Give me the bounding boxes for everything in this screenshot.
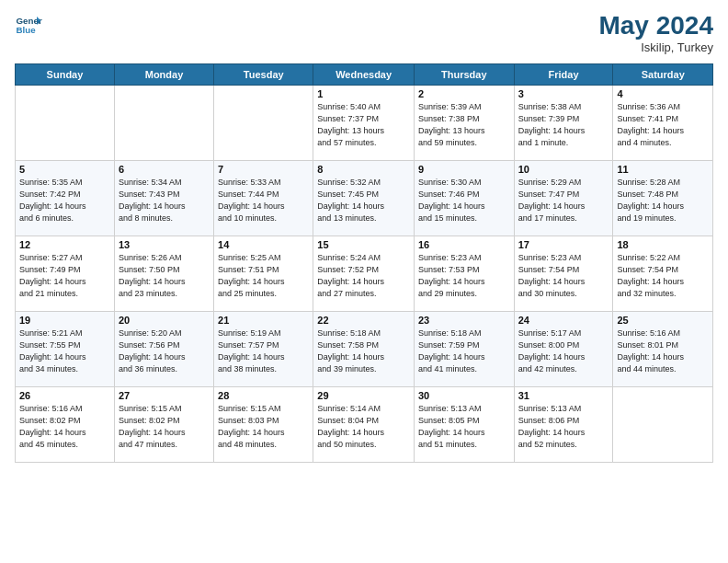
day-number: 8 [317,164,410,175]
location: Iskilip, Turkey [598,40,713,54]
day-number: 28 [218,390,309,401]
day-cell [613,387,713,463]
day-cell: 12Sunrise: 5:27 AM Sunset: 7:49 PM Dayli… [16,236,115,312]
day-cell: 30Sunrise: 5:13 AM Sunset: 8:05 PM Dayli… [414,387,514,463]
day-info: Sunrise: 5:28 AM Sunset: 7:48 PM Dayligh… [617,177,709,224]
day-info: Sunrise: 5:40 AM Sunset: 7:37 PM Dayligh… [317,101,410,149]
day-cell: 17Sunrise: 5:23 AM Sunset: 7:54 PM Dayli… [514,236,613,312]
week-row-5: 26Sunrise: 5:16 AM Sunset: 8:02 PM Dayli… [16,387,713,463]
day-info: Sunrise: 5:16 AM Sunset: 8:02 PM Dayligh… [19,403,110,451]
day-number: 14 [218,239,309,250]
day-info: Sunrise: 5:18 AM Sunset: 7:59 PM Dayligh… [418,327,510,375]
calendar-table: SundayMondayTuesdayWednesdayThursdayFrid… [15,63,713,463]
day-info: Sunrise: 5:14 AM Sunset: 8:04 PM Dayligh… [317,403,410,451]
day-number: 7 [218,164,309,175]
weekday-header-monday: Monday [114,64,213,86]
day-info: Sunrise: 5:34 AM Sunset: 7:43 PM Dayligh… [119,177,210,224]
day-cell: 13Sunrise: 5:26 AM Sunset: 7:50 PM Dayli… [114,236,213,312]
day-number: 30 [418,390,510,401]
day-info: Sunrise: 5:23 AM Sunset: 7:54 PM Dayligh… [518,252,609,300]
day-cell [214,86,313,161]
day-number: 31 [518,390,609,401]
day-cell: 20Sunrise: 5:20 AM Sunset: 7:56 PM Dayli… [114,312,213,387]
weekday-header-wednesday: Wednesday [313,64,415,86]
day-number: 3 [518,88,609,99]
week-row-1: 1Sunrise: 5:40 AM Sunset: 7:37 PM Daylig… [16,86,713,161]
day-number: 1 [317,88,410,99]
weekday-header-row: SundayMondayTuesdayWednesdayThursdayFrid… [16,64,713,86]
day-number: 15 [317,239,410,250]
day-cell: 1Sunrise: 5:40 AM Sunset: 7:37 PM Daylig… [313,86,415,161]
day-cell: 25Sunrise: 5:16 AM Sunset: 8:01 PM Dayli… [613,312,713,387]
day-info: Sunrise: 5:26 AM Sunset: 7:50 PM Dayligh… [119,252,210,300]
day-number: 27 [119,390,210,401]
day-info: Sunrise: 5:27 AM Sunset: 7:49 PM Dayligh… [19,252,110,300]
weekday-header-thursday: Thursday [414,64,514,86]
day-cell: 5Sunrise: 5:35 AM Sunset: 7:42 PM Daylig… [16,161,115,236]
day-cell: 18Sunrise: 5:22 AM Sunset: 7:54 PM Dayli… [613,236,713,312]
day-number: 19 [19,315,110,326]
day-number: 5 [19,164,110,175]
day-info: Sunrise: 5:23 AM Sunset: 7:53 PM Dayligh… [418,252,510,300]
weekday-header-sunday: Sunday [16,64,115,86]
day-number: 23 [418,315,510,326]
weekday-header-friday: Friday [514,64,613,86]
day-number: 12 [19,239,110,250]
day-number: 9 [418,164,510,175]
day-number: 13 [119,239,210,250]
day-number: 29 [317,390,410,401]
day-info: Sunrise: 5:19 AM Sunset: 7:57 PM Dayligh… [218,327,309,375]
day-number: 21 [218,315,309,326]
day-cell: 29Sunrise: 5:14 AM Sunset: 8:04 PM Dayli… [313,387,415,463]
day-cell: 28Sunrise: 5:15 AM Sunset: 8:03 PM Dayli… [214,387,313,463]
title-block: May 2024 Iskilip, Turkey [598,11,713,54]
day-cell: 26Sunrise: 5:16 AM Sunset: 8:02 PM Dayli… [16,387,115,463]
day-cell: 6Sunrise: 5:34 AM Sunset: 7:43 PM Daylig… [114,161,213,236]
day-cell: 9Sunrise: 5:30 AM Sunset: 7:46 PM Daylig… [414,161,514,236]
day-cell: 23Sunrise: 5:18 AM Sunset: 7:59 PM Dayli… [414,312,514,387]
day-info: Sunrise: 5:13 AM Sunset: 8:06 PM Dayligh… [518,403,609,451]
logo-icon: General Blue [15,11,42,39]
weekday-header-saturday: Saturday [613,64,713,86]
day-info: Sunrise: 5:36 AM Sunset: 7:41 PM Dayligh… [617,101,709,149]
logo: General Blue [15,11,42,39]
day-number: 4 [617,88,709,99]
day-number: 2 [418,88,510,99]
header: General Blue May 2024 Iskilip, Turkey [15,11,713,54]
day-number: 24 [518,315,609,326]
day-info: Sunrise: 5:15 AM Sunset: 8:03 PM Dayligh… [218,403,309,451]
day-info: Sunrise: 5:20 AM Sunset: 7:56 PM Dayligh… [119,327,210,375]
day-info: Sunrise: 5:33 AM Sunset: 7:44 PM Dayligh… [218,177,309,224]
day-info: Sunrise: 5:24 AM Sunset: 7:52 PM Dayligh… [317,252,410,300]
day-info: Sunrise: 5:17 AM Sunset: 8:00 PM Dayligh… [518,327,609,375]
day-number: 6 [119,164,210,175]
day-cell: 21Sunrise: 5:19 AM Sunset: 7:57 PM Dayli… [214,312,313,387]
day-number: 17 [518,239,609,250]
day-number: 16 [418,239,510,250]
weekday-header-tuesday: Tuesday [214,64,313,86]
day-cell: 27Sunrise: 5:15 AM Sunset: 8:02 PM Dayli… [114,387,213,463]
day-cell [16,86,115,161]
day-info: Sunrise: 5:39 AM Sunset: 7:38 PM Dayligh… [418,101,510,149]
week-row-4: 19Sunrise: 5:21 AM Sunset: 7:55 PM Dayli… [16,312,713,387]
day-info: Sunrise: 5:25 AM Sunset: 7:51 PM Dayligh… [218,252,309,300]
day-cell: 24Sunrise: 5:17 AM Sunset: 8:00 PM Dayli… [514,312,613,387]
day-cell: 8Sunrise: 5:32 AM Sunset: 7:45 PM Daylig… [313,161,415,236]
day-info: Sunrise: 5:32 AM Sunset: 7:45 PM Dayligh… [317,177,410,224]
week-row-2: 5Sunrise: 5:35 AM Sunset: 7:42 PM Daylig… [16,161,713,236]
day-cell: 15Sunrise: 5:24 AM Sunset: 7:52 PM Dayli… [313,236,415,312]
month-year: May 2024 [598,11,713,40]
day-info: Sunrise: 5:22 AM Sunset: 7:54 PM Dayligh… [617,252,709,300]
day-cell: 3Sunrise: 5:38 AM Sunset: 7:39 PM Daylig… [514,86,613,161]
day-info: Sunrise: 5:29 AM Sunset: 7:47 PM Dayligh… [518,177,609,224]
day-number: 11 [617,164,709,175]
day-cell: 4Sunrise: 5:36 AM Sunset: 7:41 PM Daylig… [613,86,713,161]
day-cell: 11Sunrise: 5:28 AM Sunset: 7:48 PM Dayli… [613,161,713,236]
day-info: Sunrise: 5:15 AM Sunset: 8:02 PM Dayligh… [119,403,210,451]
day-number: 10 [518,164,609,175]
day-info: Sunrise: 5:21 AM Sunset: 7:55 PM Dayligh… [19,327,110,375]
day-cell: 31Sunrise: 5:13 AM Sunset: 8:06 PM Dayli… [514,387,613,463]
day-cell: 10Sunrise: 5:29 AM Sunset: 7:47 PM Dayli… [514,161,613,236]
svg-text:Blue: Blue [17,25,37,35]
day-number: 18 [617,239,709,250]
